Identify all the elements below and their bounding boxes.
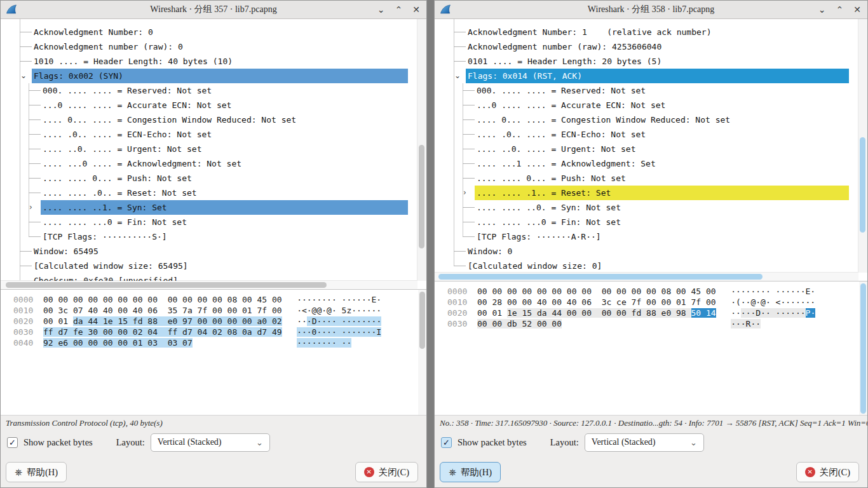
hex-row[interactable]: 0030 00 00 db 52 00 00 ···R·· [447, 318, 867, 329]
maximize-icon[interactable]: ⌃ [836, 4, 844, 15]
tree-vertical-scrollbar[interactable] [417, 19, 426, 281]
scrollbar-thumb[interactable] [419, 145, 424, 248]
tree-row[interactable]: .... .... ..0. = Syn: Not set [435, 200, 858, 215]
tree-row[interactable]: .... .0.. .... = ECN-Echo: Not set [435, 127, 858, 142]
tree-row[interactable]: [Calculated window size: 0] [435, 259, 858, 273]
tree-row[interactable]: .... ...1 .... = Acknowledgment: Set [435, 156, 858, 171]
tree-row[interactable]: 000. .... .... = Reserved: Not set [435, 83, 858, 98]
packet-bytes-pane[interactable]: 0000 00 00 00 00 00 00 00 00 00 00 00 00… [1, 290, 426, 416]
hex-bytes [282, 327, 297, 337]
hex-dump: 0000 00 00 00 00 00 00 00 00 00 00 00 00… [1, 290, 426, 348]
tree-row[interactable]: 0101 .... = Header Length: 20 bytes (5) [435, 54, 858, 69]
tree-row[interactable]: [TCP Flags: ·······A·R··] [435, 229, 858, 244]
layout-label: Layout: [550, 437, 579, 448]
show-packet-bytes-label: Show packet bytes [24, 437, 93, 448]
hex-row[interactable]: 0010 00 28 00 00 40 00 40 06 3c ce 7f 00… [447, 297, 867, 308]
show-packet-bytes-checkbox[interactable]: ✓ [441, 437, 452, 448]
hex-bytes: ········ ·· [297, 338, 351, 348]
tree-guide-tick [29, 149, 41, 149]
tree-row-text: Acknowledgment Number: 0 [34, 27, 153, 37]
tree-row[interactable]: Acknowledgment Number: 1 (relative ack n… [435, 25, 858, 39]
tree-row[interactable]: .... ...0 .... = Acknowledgment: Not set [1, 156, 417, 171]
minimize-icon[interactable]: ⌄ [818, 4, 826, 15]
help-button[interactable]: ⎈ 帮助(H) [440, 462, 501, 482]
button-row: ⎈ 帮助(H) ✕ 关闭(C) [435, 454, 867, 487]
hex-vertical-scrollbar[interactable] [418, 290, 426, 415]
tree-row[interactable]: ›.... .... ..1. = Syn: Set [1, 200, 417, 215]
tree-row[interactable]: .... .... .0.. = Reset: Not set [1, 186, 417, 200]
minimize-icon[interactable]: ⌄ [377, 4, 385, 15]
layout-dropdown[interactable]: Vertical (Stacked) ⌄ [151, 433, 270, 452]
hex-bytes [562, 319, 731, 329]
tree-scroll-area[interactable]: Acknowledgment Number: 0Acknowledgment n… [1, 19, 417, 281]
tree-horizontal-scrollbar[interactable] [435, 272, 858, 281]
tree-row[interactable]: Window: 65495 [1, 244, 417, 259]
tree-row-text: .... .... ...0 = Fin: Not set [43, 217, 187, 227]
titlebar[interactable]: Wireshark · 分组 357 · lib7.pcapng ⌄ ⌃ ✕ [1, 1, 426, 19]
packet-bytes-pane[interactable]: 0000 00 00 00 00 00 00 00 00 00 00 00 00… [435, 281, 867, 416]
tree-row[interactable]: ⌄Flags: 0x002 (SYN) [1, 69, 417, 83]
tree-row[interactable]: ›.... .... .1.. = Reset: Set [435, 186, 858, 200]
close-icon[interactable]: ✕ [412, 4, 420, 15]
tree-row[interactable]: ...0 .... .... = Accurate ECN: Not set [435, 98, 858, 112]
hex-row[interactable]: 0000 00 00 00 00 00 00 00 00 00 00 00 00… [13, 294, 426, 305]
packet-detail-tree: Acknowledgment Number: 0Acknowledgment n… [1, 19, 426, 290]
scrollbar-thumb[interactable] [419, 292, 425, 349]
tree-guide-tick [20, 46, 32, 47]
tree-row[interactable]: ⌄Flags: 0x014 (RST, ACK) [435, 69, 858, 83]
hex-row[interactable]: 0010 00 3c 07 40 40 00 40 06 35 7a 7f 00… [13, 305, 426, 316]
hex-bytes [467, 319, 477, 329]
tree-row[interactable]: .... ..0. .... = Urgent: Not set [435, 142, 858, 156]
tree-row[interactable]: 000. .... .... = Reserved: Not set [1, 83, 417, 98]
expander-icon[interactable]: › [463, 186, 466, 200]
tree-row[interactable]: .... .... ...0 = Fin: Not set [1, 215, 417, 229]
expander-icon[interactable]: › [29, 200, 32, 215]
scrollbar-thumb[interactable] [860, 137, 865, 233]
layout-dropdown[interactable]: Vertical (Stacked) ⌄ [585, 433, 704, 452]
hex-vertical-scrollbar[interactable] [859, 281, 867, 415]
tree-row[interactable]: Acknowledgment Number: 0 [1, 25, 417, 39]
tree-scroll-area[interactable]: Acknowledgment Number: 1 (relative ack n… [435, 19, 858, 273]
titlebar[interactable]: Wireshark · 分组 358 · lib7.pcapng ⌄ ⌃ ✕ [435, 1, 867, 19]
hex-bytes: ········ ······E· [731, 287, 815, 296]
tree-row[interactable]: .... 0... .... = Congestion Window Reduc… [1, 112, 417, 127]
tree-row[interactable]: [Calculated window size: 65495] [1, 259, 417, 273]
hex-bytes: 00 28 00 00 40 00 40 06 3c ce 7f 00 00 0… [477, 297, 716, 307]
tree-row[interactable]: .... 0... .... = Congestion Window Reduc… [435, 112, 858, 127]
tree-horizontal-scrollbar[interactable] [1, 280, 417, 289]
hex-row[interactable]: 0020 00 01 da 44 1e 15 fd 88 e0 97 00 00… [13, 316, 426, 327]
scrollbar-thumb[interactable] [6, 282, 327, 288]
scrollbar-thumb[interactable] [438, 274, 763, 280]
tree-row[interactable]: ...0 .... .... = Accurate ECN: Not set [1, 98, 417, 112]
tree-guide-tick [454, 32, 466, 32]
tree-row[interactable]: .... ..0. .... = Urgent: Not set [1, 142, 417, 156]
tree-row[interactable]: .... .... ...0 = Fin: Not set [435, 215, 858, 229]
hex-row[interactable]: 0040 92 e6 00 00 00 00 01 03 03 07 ·····… [13, 337, 426, 348]
tree-row[interactable]: [TCP Flags: ··········S·] [1, 229, 417, 244]
tree-row[interactable]: .... .... 0... = Push: Not set [1, 171, 417, 186]
maximize-icon[interactable]: ⌃ [395, 4, 403, 15]
tree-row[interactable]: Window: 0 [435, 244, 858, 259]
expander-icon[interactable]: ⌄ [454, 69, 461, 83]
tree-row[interactable]: Acknowledgment number (raw): 4253606040 [435, 39, 858, 54]
expander-icon[interactable]: ⌄ [20, 69, 27, 83]
close-button[interactable]: ✕ 关闭(C) [355, 462, 418, 482]
close-icon[interactable]: ✕ [853, 4, 861, 15]
hex-offset: 0030 [13, 327, 33, 337]
show-packet-bytes-checkbox[interactable]: ✓ [7, 437, 18, 448]
help-button[interactable]: ⎈ 帮助(H) [6, 462, 67, 482]
scrollbar-thumb[interactable] [860, 283, 866, 414]
tree-row[interactable]: Acknowledgment number (raw): 0 [1, 39, 417, 54]
close-circle-icon: ✕ [364, 467, 374, 477]
hex-bytes [716, 297, 731, 307]
hex-row[interactable]: 0020 00 01 1e 15 da 44 00 00 00 00 fd 88… [447, 308, 867, 318]
tree-row[interactable]: .... .... 0... = Push: Not set [435, 171, 858, 186]
tree-vertical-scrollbar[interactable] [858, 19, 867, 273]
close-button[interactable]: ✕ 关闭(C) [796, 462, 859, 482]
hex-row[interactable]: 0000 00 00 00 00 00 00 00 00 00 00 00 00… [447, 286, 867, 297]
tree-guide-tick [29, 105, 41, 105]
hex-row[interactable]: 0030 ff d7 fe 30 00 00 02 04 ff d7 04 02… [13, 327, 426, 337]
tree-guide-tick [20, 266, 32, 266]
tree-row[interactable]: .... .0.. .... = ECN-Echo: Not set [1, 127, 417, 142]
tree-row[interactable]: 1010 .... = Header Length: 40 bytes (10) [1, 54, 417, 69]
